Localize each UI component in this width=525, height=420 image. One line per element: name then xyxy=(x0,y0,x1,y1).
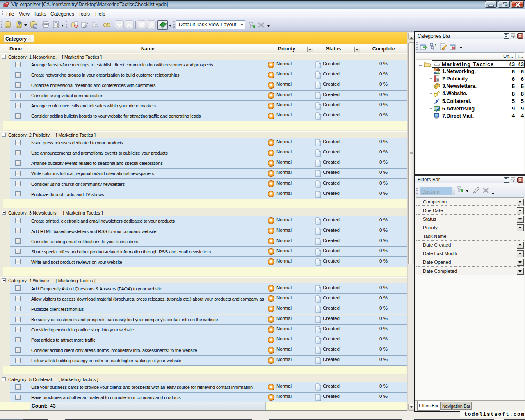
svg-text:5: 5 xyxy=(437,79,438,81)
